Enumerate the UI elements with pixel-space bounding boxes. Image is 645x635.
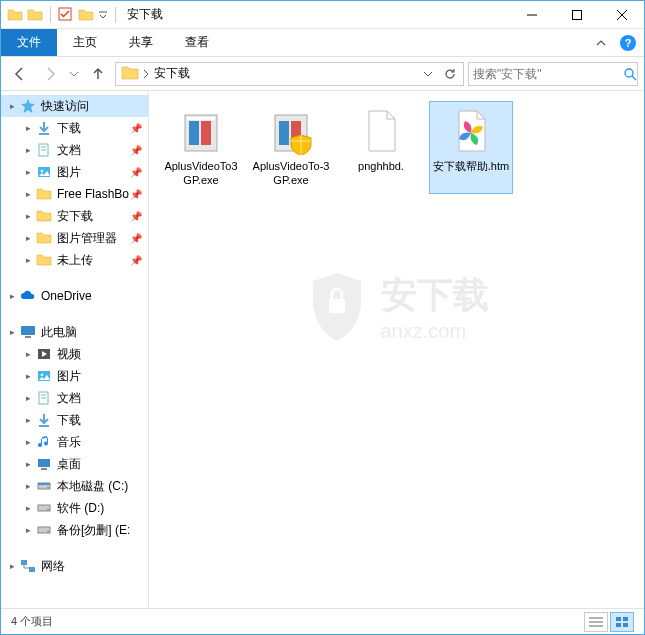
navbar: 安下载 [1,57,644,91]
sidebar: ▸ 快速访问 ▸下载📌▸文档📌▸图片📌▸Free FlashBo📌▸安下载📌▸图… [1,91,149,608]
chevron-right-icon[interactable]: ▸ [21,479,35,493]
chevron-right-icon[interactable]: ▸ [21,369,35,383]
close-button[interactable] [599,1,644,29]
sidebar-item[interactable]: ▸图片 [1,365,148,387]
svg-rect-47 [623,623,628,627]
search-icon[interactable] [623,67,637,81]
chevron-right-icon[interactable]: ▸ [21,187,35,201]
sidebar-item[interactable]: ▸图片管理器📌 [1,227,148,249]
help-icon[interactable]: ? [620,35,636,51]
ribbon-expand-icon[interactable] [596,38,606,48]
pictures-icon [35,164,53,180]
drive-icon [35,500,53,516]
sidebar-onedrive[interactable]: ▸ OneDrive [1,285,148,307]
sidebar-item[interactable]: ▸音乐 [1,431,148,453]
chevron-right-icon[interactable]: ▸ [21,121,35,135]
sidebar-item[interactable]: ▸下载 [1,409,148,431]
back-button[interactable] [7,61,33,87]
maximize-button[interactable] [554,1,599,29]
chevron-right-icon[interactable]: ▸ [21,501,35,515]
documents-icon [35,390,53,406]
chevron-right-icon[interactable] [142,69,150,79]
sidebar-item[interactable]: ▸文档📌 [1,139,148,161]
chevron-right-icon[interactable]: ▸ [5,559,19,573]
sidebar-item[interactable]: ▸下载📌 [1,117,148,139]
chevron-right-icon[interactable]: ▸ [21,457,35,471]
content-pane[interactable]: AplusVideoTo3GP.exeAplusVideoTo-3GP.exep… [149,91,644,608]
forward-button[interactable] [37,61,63,87]
folder-icon [35,230,53,246]
onedrive-icon [19,288,37,304]
minimize-button[interactable] [509,1,554,29]
pictures-icon [35,368,53,384]
sidebar-item-label: 图片 [57,368,81,385]
sidebar-item[interactable]: ▸备份[勿删] (E: [1,519,148,541]
file-icon [357,107,405,155]
qat-folder2-icon[interactable] [78,7,94,23]
file-item[interactable]: AplusVideoTo3GP.exe [159,101,243,194]
chevron-right-icon[interactable]: ▸ [21,391,35,405]
details-view-button[interactable] [584,612,608,632]
address-dropdown-icon[interactable] [417,63,439,85]
refresh-icon[interactable] [439,63,461,85]
qat-folder-icon[interactable] [27,7,43,23]
svg-rect-46 [616,623,621,627]
chevron-right-icon[interactable]: ▸ [21,435,35,449]
svg-rect-14 [25,336,31,338]
drive-icon [35,522,53,538]
chevron-right-icon[interactable]: ▸ [21,231,35,245]
ribbon: 文件 主页 共享 查看 ? [1,29,644,57]
ribbon-right: ? [588,29,644,56]
file-icon [267,107,315,155]
chevron-right-icon[interactable]: ▸ [5,325,19,339]
tab-share[interactable]: 共享 [113,29,169,56]
chevron-right-icon[interactable]: ▸ [21,347,35,361]
sidebar-item[interactable]: ▸本地磁盘 (C:) [1,475,148,497]
sidebar-item[interactable]: ▸视频 [1,343,148,365]
chevron-right-icon[interactable]: ▸ [21,165,35,179]
sidebar-item[interactable]: ▸桌面 [1,453,148,475]
search-box[interactable] [468,62,638,86]
sidebar-item-label: 文档 [57,390,81,407]
tab-view[interactable]: 查看 [169,29,225,56]
address-bar[interactable]: 安下载 [115,62,464,86]
chevron-right-icon[interactable]: ▸ [21,209,35,223]
icons-view-button[interactable] [610,612,634,632]
sidebar-item[interactable]: ▸Free FlashBo📌 [1,183,148,205]
pin-icon: 📌 [130,255,142,266]
chevron-right-icon[interactable]: ▸ [21,253,35,267]
chevron-right-icon[interactable]: ▸ [5,99,19,113]
sidebar-item[interactable]: ▸软件 (D:) [1,497,148,519]
recent-dropdown-icon[interactable] [67,61,81,87]
svg-rect-32 [29,567,35,572]
sidebar-item[interactable]: ▸未上传📌 [1,249,148,271]
sidebar-item-label: 下载 [57,120,81,137]
file-label: AplusVideoTo-3GP.exe [251,159,331,188]
sidebar-this-pc[interactable]: ▸ 此电脑 [1,321,148,343]
tab-file[interactable]: 文件 [1,29,57,56]
sidebar-item[interactable]: ▸安下载📌 [1,205,148,227]
separator [50,7,51,23]
sidebar-item[interactable]: ▸图片📌 [1,161,148,183]
chevron-right-icon[interactable]: ▸ [21,143,35,157]
chevron-right-icon[interactable]: ▸ [5,289,19,303]
sidebar-item-label: 图片 [57,164,81,181]
network-icon [19,558,37,574]
sidebar-network[interactable]: ▸ 网络 [1,555,148,577]
drive-c-icon [35,478,53,494]
sidebar-item[interactable]: ▸文档 [1,387,148,409]
qat-check-icon[interactable] [58,7,74,23]
file-item[interactable]: AplusVideoTo-3GP.exe [249,101,333,194]
file-item[interactable]: pnghhbd. [339,101,423,194]
qat-dropdown-icon[interactable] [98,10,108,20]
pin-icon: 📌 [130,211,142,222]
sidebar-item-label: 安下载 [57,208,93,225]
file-item[interactable]: 安下载帮助.htm [429,101,513,194]
desktop-icon [35,456,53,472]
chevron-right-icon[interactable]: ▸ [21,523,35,537]
up-button[interactable] [85,61,111,87]
search-input[interactable] [473,67,623,81]
tab-home[interactable]: 主页 [57,29,113,56]
sidebar-quick-access[interactable]: ▸ 快速访问 [1,95,148,117]
chevron-right-icon[interactable]: ▸ [21,413,35,427]
